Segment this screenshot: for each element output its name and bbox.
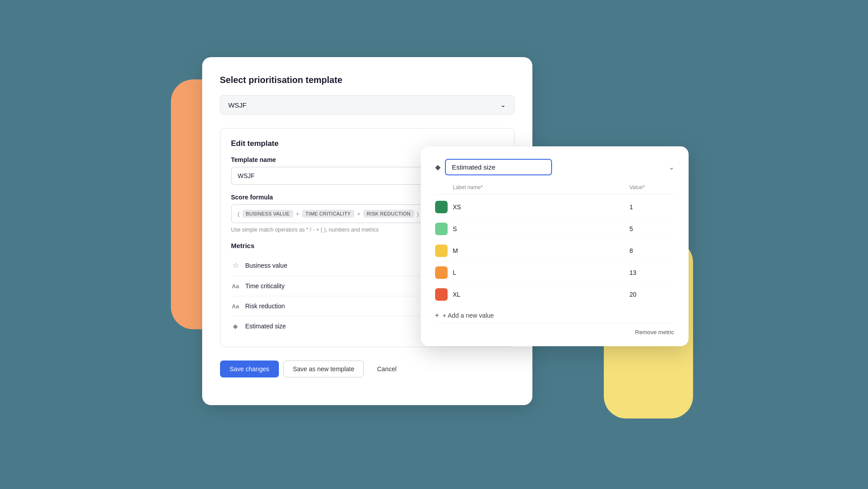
row-label-s: S [453,225,630,232]
scene: Select prioritisation template WSJF ⌄ Ed… [189,44,680,445]
bottom-actions: Save changes Save as new template Cancel [220,361,515,377]
color-swatch-xs [435,201,448,213]
table-row-xl[interactable]: XL 20 [435,284,674,305]
table-header-label: Label name* [453,184,630,191]
remove-metric-row: Remove metric [435,323,674,336]
metric-name-es: Estimated size [245,323,286,330]
formula-paren-close: ) [417,211,419,217]
aa-icon-rr: Aa [231,303,240,310]
popup-title-input[interactable] [445,159,552,175]
star-icon: ☆ [231,261,240,269]
metric-name-rr: Risk reduction [245,303,285,310]
tag-icon-popup: ◆ [435,163,440,171]
row-value-m: 8 [630,247,674,254]
row-value-l: 13 [630,269,674,276]
metric-name-bv: Business value [245,262,287,269]
row-label-xs: XS [453,203,630,211]
main-card-title: Select prioritisation template [220,75,515,85]
table-header-color-col [435,184,453,191]
chevron-down-icon-popup: ⌄ [669,163,674,171]
popup-header: ◆ ⌄ [435,159,674,175]
row-value-xs: 1 [630,203,674,211]
save-changes-button[interactable]: Save changes [220,361,279,377]
row-label-m: M [453,247,630,254]
cancel-button[interactable]: Cancel [368,361,406,377]
formula-plus-2: + [357,211,361,217]
tag-icon-es: ◆ [231,323,240,330]
template-dropdown-value: WSJF [228,101,247,109]
row-label-xl: XL [453,291,630,298]
row-value-s: 5 [630,225,674,232]
formula-plus-1: + [296,211,299,217]
color-swatch-m [435,244,448,257]
popup-header-left: ◆ [435,159,669,175]
add-value-label: + Add a new value [443,312,494,319]
formula-paren-open: ( [238,211,240,217]
save-as-new-button[interactable]: Save as new template [283,361,364,377]
plus-icon: + [435,311,439,319]
chevron-down-icon: ⌄ [500,101,506,109]
row-label-l: L [453,269,630,276]
add-value-row[interactable]: + + Add a new value [435,305,674,321]
aa-icon-tc: Aa [231,283,240,290]
remove-metric-button[interactable]: Remove metric [635,329,674,336]
formula-chip-rr: RISK REDUCTION [363,210,414,218]
table-row-xs[interactable]: XS 1 [435,196,674,218]
table-row-l[interactable]: L 13 [435,262,674,284]
metric-name-tc: Time criticality [245,282,285,290]
table-row-s[interactable]: S 5 [435,218,674,240]
table-header-value: Value* [630,184,674,191]
table-header: Label name* Value* [435,184,674,195]
color-swatch-l [435,266,448,279]
table-row-m[interactable]: M 8 [435,240,674,262]
row-value-xl: 20 [630,291,674,298]
formula-chip-bv: BUSINESS VALUE [242,210,293,218]
formula-chip-tc: TIME CRITICALITY [302,210,354,218]
color-swatch-xl [435,288,448,301]
color-swatch-s [435,223,448,235]
template-dropdown[interactable]: WSJF ⌄ [220,95,515,115]
popup-card: ◆ ⌄ Label name* Value* XS 1 S 5 M 8 [421,146,689,346]
